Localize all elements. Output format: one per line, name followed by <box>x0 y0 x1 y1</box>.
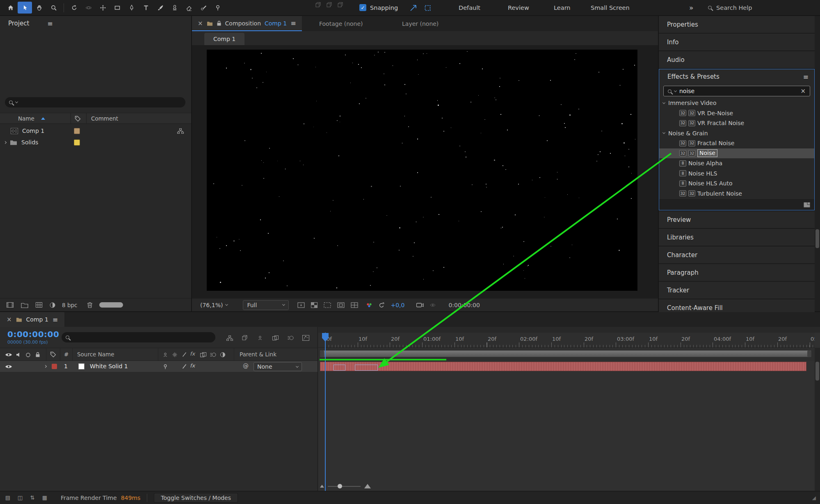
resolution-dropdown[interactable]: Full <box>243 300 289 310</box>
label-color-swatch[interactable] <box>74 139 80 146</box>
exposure-offset-value[interactable]: +0,0 <box>391 302 404 308</box>
view-axis-mode-icon[interactable] <box>337 2 344 8</box>
layer-tab[interactable]: Layer (none) <box>402 16 439 31</box>
frame-blend-switch-icon[interactable] <box>200 352 206 357</box>
new-panel-icon[interactable] <box>804 202 810 208</box>
layer-anchor-icon[interactable] <box>162 364 168 369</box>
layer-name[interactable]: White Solid 1 <box>90 363 128 369</box>
timeline-search-field[interactable] <box>62 332 215 342</box>
panel-menu-icon[interactable]: ≡ <box>47 20 53 27</box>
effect-item-selected[interactable]: 32 32 Noise <box>659 148 814 159</box>
timeline-comp-tab[interactable]: × Comp 1 ≡ <box>0 312 64 327</box>
effect-item[interactable]: 8 Noise Alpha <box>659 158 814 169</box>
eraser-tool-icon[interactable] <box>182 2 196 14</box>
tracker-panel-header[interactable]: Tracker <box>659 282 815 299</box>
sort-layers-icon[interactable]: ⇅ <box>26 495 39 501</box>
collapse-switch-icon[interactable] <box>172 352 178 358</box>
effects-search-field[interactable]: noise × <box>663 86 810 96</box>
layer-quality-icon[interactable] <box>182 364 187 369</box>
playhead-line[interactable] <box>325 333 326 491</box>
adjust-icon[interactable] <box>50 302 55 308</box>
project-panel-title[interactable]: Project <box>8 20 29 27</box>
column-header-comment[interactable]: Comment <box>91 115 118 122</box>
new-composition-icon[interactable] <box>36 302 42 308</box>
frame-blending-icon[interactable] <box>269 333 281 343</box>
always-preview-icon[interactable] <box>297 302 305 308</box>
effects-group-noise-grain[interactable]: Noise & Grain <box>659 128 814 139</box>
snapshot-camera-icon[interactable] <box>416 303 424 308</box>
camera-tool-icon[interactable] <box>81 2 96 14</box>
hand-tool-icon[interactable] <box>32 2 46 14</box>
timeline-scrollbar[interactable] <box>815 348 820 491</box>
world-axis-mode-icon[interactable] <box>326 2 333 8</box>
column-header-name[interactable]: Name <box>18 115 34 122</box>
column-header-parent-link[interactable]: Parent & Link <box>240 351 276 358</box>
zoom-in-icon[interactable] <box>364 484 371 488</box>
motion-blur-switch-icon[interactable] <box>210 352 216 358</box>
local-axis-mode-icon[interactable] <box>315 2 322 8</box>
audio-panel-header[interactable]: Audio <box>659 51 815 68</box>
close-icon[interactable]: × <box>7 316 12 323</box>
preview-panel-header[interactable]: Preview <box>659 211 815 228</box>
info-panel-header[interactable]: Info <box>659 34 815 50</box>
motion-blur-icon[interactable] <box>284 333 297 343</box>
trash-icon[interactable] <box>87 302 93 308</box>
effect-item[interactable]: 8 Noise HLS <box>659 169 814 179</box>
chevron-right-icon[interactable] <box>4 141 7 144</box>
channel-icon[interactable] <box>366 303 372 308</box>
layer-row[interactable]: 1 White Solid 1 fx @ None <box>0 361 317 372</box>
snapping-toggle[interactable]: ✓ Snapping <box>359 0 398 15</box>
composition-canvas[interactable] <box>207 50 637 291</box>
help-search-field[interactable]: Search Help <box>708 0 752 15</box>
effect-item[interactable]: 8 Noise HLS Auto <box>659 178 814 189</box>
effect-item[interactable]: 32 32 Turbulent Noise <box>659 189 814 199</box>
panel-menu-icon[interactable]: ≡ <box>290 19 296 27</box>
title-action-safe-icon[interactable] <box>337 302 345 308</box>
rectangle-tool-icon[interactable] <box>110 2 124 14</box>
quality-switch-icon[interactable] <box>182 352 187 357</box>
layer-expand-chevron[interactable] <box>44 365 47 368</box>
workspace-overflow-chevron[interactable]: » <box>689 0 693 15</box>
draft-3d-icon[interactable] <box>239 333 251 343</box>
effect-item[interactable]: 32 32 Fractal Noise <box>659 138 814 148</box>
label-color-swatch[interactable] <box>74 128 80 134</box>
effect-item[interactable]: 32 32 VR De-Noise <box>659 108 814 119</box>
layer-visibility-eye-icon[interactable] <box>5 364 12 369</box>
effects-presets-title[interactable]: Effects & Presets <box>667 73 719 80</box>
puppet-pin-tool-icon[interactable] <box>210 2 225 14</box>
layer-label-color[interactable] <box>52 364 57 369</box>
sort-ascending-icon[interactable] <box>41 117 45 120</box>
column-header-number[interactable]: # <box>64 351 69 358</box>
snap-along-edges-icon[interactable] <box>408 3 418 12</box>
shy-switch-icon[interactable] <box>162 352 168 358</box>
clear-search-icon[interactable]: × <box>800 87 806 95</box>
work-area-start-handle[interactable] <box>320 351 324 357</box>
pan-behind-tool-icon[interactable] <box>96 2 110 14</box>
paragraph-panel-header[interactable]: Paragraph <box>659 264 815 281</box>
brush-tool-icon[interactable] <box>153 2 167 14</box>
character-panel-header[interactable]: Character <box>659 246 815 263</box>
interpret-footage-icon[interactable] <box>7 302 14 308</box>
zoom-out-icon[interactable] <box>320 485 324 488</box>
panel-menu-icon[interactable]: ≡ <box>53 316 58 324</box>
layer-fx-icon[interactable]: fx <box>190 363 195 369</box>
column-header-source-name[interactable]: Source Name <box>77 351 114 358</box>
label-column-icon[interactable] <box>75 116 81 122</box>
libraries-panel-header[interactable]: Libraries <box>659 229 815 246</box>
pen-tool-icon[interactable] <box>124 2 139 14</box>
effects-switch-icon[interactable]: fx <box>190 351 195 357</box>
current-time-display[interactable]: 0:00:00:00 <box>7 329 59 339</box>
project-item-comp[interactable]: Comp 1 <box>0 125 191 137</box>
work-area-bar[interactable] <box>320 350 811 357</box>
project-search-field[interactable] <box>5 97 185 107</box>
region-of-interest-icon[interactable] <box>324 302 331 308</box>
resize-grip-icon[interactable]: ◢ <box>812 495 816 501</box>
label-column-icon[interactable] <box>50 351 56 358</box>
lock-column-icon[interactable] <box>35 352 40 357</box>
timeline-ruler[interactable]: 0f 10f 20f 01:00f 10f 20f 02:00f 10f 20f… <box>318 333 815 348</box>
workspace-tab-review[interactable]: Review <box>508 0 529 15</box>
flowchart-icon[interactable]: ◫ <box>14 495 26 501</box>
color-depth-button[interactable]: 8 bpc <box>62 302 77 308</box>
hide-shy-layers-icon[interactable] <box>254 333 266 343</box>
solo-column-icon[interactable] <box>25 352 31 358</box>
